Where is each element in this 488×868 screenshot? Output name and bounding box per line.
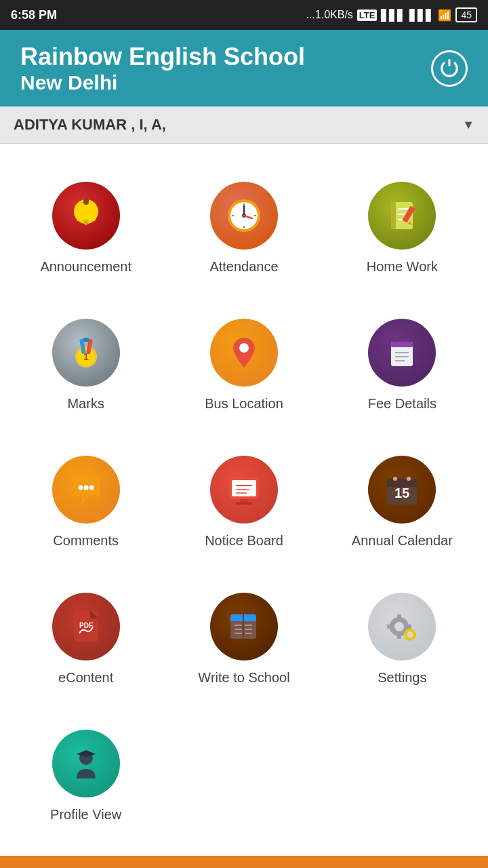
- school-name: Rainbow English School: [20, 42, 305, 71]
- attendance-label: Attendance: [209, 259, 278, 275]
- svg-point-49: [393, 477, 397, 481]
- svg-rect-41: [240, 499, 248, 502]
- status-bar: 6:58 PM ...1.0KB/s LTE ▋▋▋ ▋▋▋ 📶 45: [0, 0, 488, 30]
- profileview-icon: [52, 730, 120, 797]
- homework-icon: [368, 182, 436, 250]
- wifi-icon: 📶: [438, 9, 451, 22]
- menu-item-econtent[interactable]: PDF eContent: [7, 568, 165, 705]
- noticeboard-label: Notice Board: [205, 533, 283, 549]
- status-time: 6:58 PM: [11, 8, 57, 22]
- school-title: Rainbow English School New Delhi: [20, 42, 305, 94]
- signal-icon-1: ▋▋▋: [381, 9, 405, 22]
- buslocation-icon: [210, 319, 278, 387]
- annualcal-icon: 15: [368, 456, 436, 524]
- menu-item-marks[interactable]: 1 Marks: [7, 294, 165, 431]
- menu-item-annualcal[interactable]: 15 Annual Calendar: [323, 431, 481, 568]
- dropdown-arrow-icon: ▼: [462, 118, 474, 132]
- menu-item-buslocation[interactable]: Bus Location: [165, 294, 323, 431]
- student-name: ADITYA KUMAR , I, A,: [14, 116, 166, 134]
- attendance-icon: [210, 182, 278, 250]
- menu-item-writetoschool[interactable]: Write to School: [165, 568, 323, 705]
- menu-item-homework[interactable]: Home Work: [323, 157, 481, 294]
- menu-item-comments[interactable]: Comments: [7, 431, 165, 568]
- svg-point-36: [78, 485, 83, 490]
- menu-item-profileview[interactable]: Profile View: [7, 705, 165, 842]
- svg-rect-40: [232, 480, 256, 496]
- svg-point-30: [394, 338, 399, 342]
- lte-icon: LTE: [357, 9, 378, 21]
- comments-label: Comments: [53, 533, 119, 549]
- writetoschool-label: Write to School: [198, 670, 289, 686]
- status-icons: ...1.0KB/s LTE ▋▋▋ ▋▋▋ 📶 45: [306, 7, 477, 22]
- svg-point-37: [83, 485, 88, 490]
- svg-point-31: [400, 338, 404, 342]
- battery-icon: 45: [455, 7, 477, 22]
- svg-rect-26: [83, 338, 89, 342]
- school-city: New Delhi: [20, 71, 305, 94]
- svg-point-2: [83, 198, 89, 203]
- marks-icon: 1: [52, 319, 120, 387]
- svg-point-38: [89, 485, 94, 490]
- menu-item-feedetails[interactable]: Fee Details: [323, 294, 481, 431]
- app-header: Rainbow English School New Delhi: [0, 30, 488, 106]
- svg-rect-66: [397, 614, 401, 618]
- svg-point-50: [407, 477, 411, 481]
- comments-icon: [52, 456, 120, 524]
- bottom-bar: [0, 856, 488, 868]
- announcement-label: Announcement: [40, 259, 131, 275]
- menu-item-announcement[interactable]: Announcement: [7, 157, 165, 294]
- announcement-icon: [52, 182, 120, 250]
- buslocation-label: Bus Location: [205, 396, 283, 412]
- signal-icon-2: ▋▋▋: [409, 9, 434, 22]
- menu-item-attendance[interactable]: Attendance: [165, 157, 323, 294]
- svg-text:15: 15: [394, 486, 409, 500]
- svg-point-4: [84, 221, 88, 225]
- menu-item-settings[interactable]: Settings: [323, 568, 481, 705]
- menu-item-noticeboard[interactable]: Notice Board: [165, 431, 323, 568]
- svg-point-27: [239, 343, 249, 353]
- network-speed: ...1.0KB/s: [306, 9, 352, 21]
- svg-point-71: [407, 631, 413, 637]
- svg-rect-67: [397, 635, 401, 639]
- noticeboard-icon: [210, 456, 278, 524]
- svg-rect-68: [387, 625, 391, 629]
- svg-point-32: [405, 338, 409, 342]
- homework-label: Home Work: [367, 259, 438, 275]
- svg-rect-69: [407, 625, 411, 629]
- econtent-label: eContent: [58, 670, 113, 686]
- writetoschool-icon: [210, 593, 278, 660]
- profileview-label: Profile View: [50, 807, 121, 823]
- svg-text:PDF: PDF: [79, 622, 93, 629]
- svg-point-65: [394, 622, 404, 631]
- svg-marker-74: [77, 750, 96, 757]
- menu-grid: Announcement Attendance: [0, 144, 488, 856]
- feedetails-label: Fee Details: [368, 396, 436, 412]
- svg-rect-29: [391, 342, 413, 347]
- svg-rect-15: [391, 202, 396, 229]
- marks-label: Marks: [67, 396, 104, 412]
- power-button[interactable]: [431, 50, 468, 87]
- svg-rect-42: [236, 502, 252, 505]
- econtent-icon: PDF: [52, 593, 120, 660]
- student-selector[interactable]: ADITYA KUMAR , I, A, ▼: [0, 106, 488, 144]
- annualcal-label: Annual Calendar: [352, 533, 453, 549]
- feedetails-icon: [368, 319, 436, 387]
- settings-label: Settings: [378, 670, 426, 686]
- settings-icon: [368, 593, 436, 660]
